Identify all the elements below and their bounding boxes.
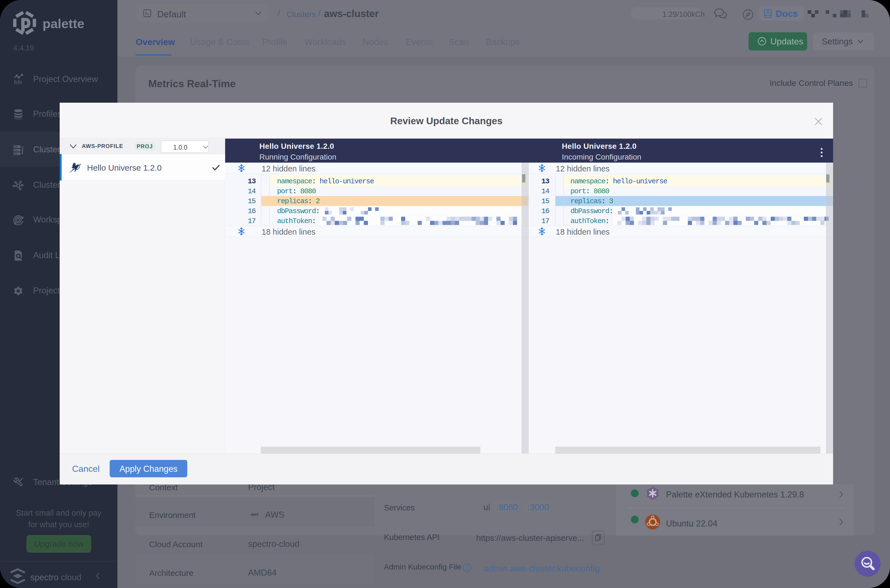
svg-text:aws: aws (251, 512, 259, 516)
